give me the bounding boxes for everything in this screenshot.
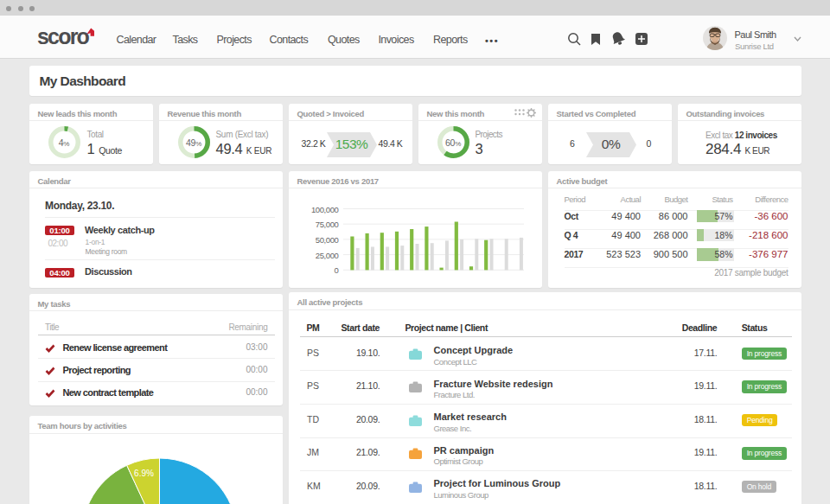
svg-text:75,000: 75,000 [315,220,338,229]
svg-text:50,000: 50,000 [315,234,338,244]
svg-text:scoro: scoro [37,26,90,48]
svg-text:0: 0 [334,265,338,275]
svg-text:6.9%: 6.9% [134,469,154,478]
svg-text:25,000: 25,000 [315,250,338,259]
svg-text:100,000: 100,000 [310,204,338,214]
